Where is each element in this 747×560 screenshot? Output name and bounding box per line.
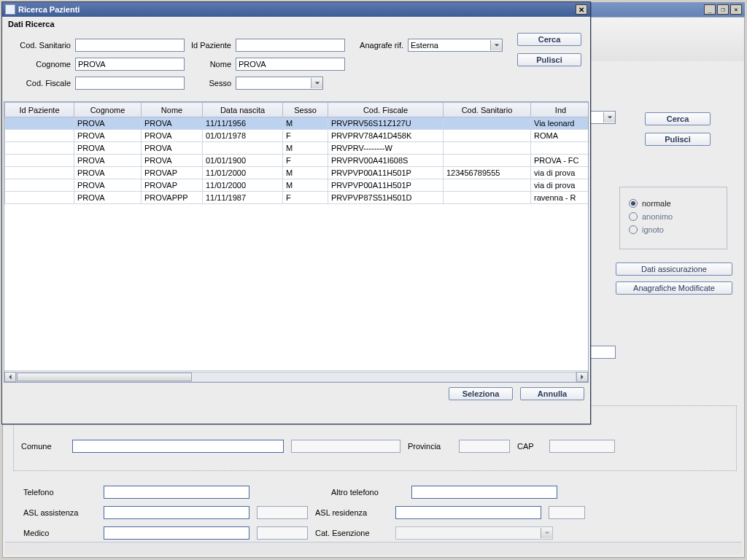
pulisci-button[interactable]: Pulisci <box>517 53 581 66</box>
table-row[interactable]: PROVAPROVAP11/01/2000MPRVPVP00A11H501P12… <box>5 167 589 179</box>
restore-icon[interactable]: ❐ <box>717 4 729 15</box>
table-cell <box>531 142 589 155</box>
dialog-titlebar[interactable]: Ricerca Pazienti ✕ <box>2 2 590 17</box>
table-cell: PRVPVP00A11H501P <box>328 167 444 179</box>
table-cell: PROVA <box>74 142 142 155</box>
right-cerca-button[interactable]: Cerca <box>645 112 711 125</box>
col-indirizzo[interactable]: Ind <box>531 103 589 117</box>
provincia-label: Provincia <box>408 442 452 451</box>
cerca-button[interactable]: Cerca <box>517 33 581 46</box>
col-cognome[interactable]: Cognome <box>74 103 142 117</box>
medico-code[interactable] <box>257 526 308 540</box>
annulla-button[interactable]: Annulla <box>520 387 584 400</box>
table-cell <box>5 117 74 130</box>
asl-assistenza-input[interactable] <box>104 506 249 519</box>
seleziona-button[interactable]: Seleziona <box>449 387 513 400</box>
comune-label: Comune <box>21 442 65 451</box>
table-cell: 01/01/1978 <box>203 130 283 142</box>
table-cell: 11/01/2000 <box>203 167 283 179</box>
table-cell: F <box>283 192 328 204</box>
table-cell: 11/11/1987 <box>203 192 283 204</box>
table-row[interactable]: PROVAPROVAPPP11/11/1987FPRVPVP87S51H501D… <box>5 192 589 204</box>
cognome-input[interactable] <box>75 58 185 71</box>
anagrafe-rif-select[interactable]: Esterna <box>408 39 503 52</box>
table-row[interactable]: PROVAPROVA01/01/1900FPRVPRV00A41I608SPRO… <box>5 155 589 167</box>
minimize-icon[interactable]: _ <box>704 4 716 15</box>
table-cell: PRVPRV56S11Z127U <box>328 117 444 130</box>
provincia-input[interactable] <box>459 440 510 453</box>
table-cell <box>444 155 531 167</box>
col-nome[interactable]: Nome <box>142 103 203 117</box>
table-row[interactable]: PROVAPROVAMPRVPRV--------W <box>5 142 589 155</box>
table-cell: PROVA <box>74 192 142 204</box>
asl-assistenza-code[interactable] <box>257 506 308 519</box>
cap-input[interactable] <box>549 440 615 453</box>
table-cell: PROVA <box>74 130 142 142</box>
dati-assicurazione-button[interactable]: Dati assicurazione <box>616 262 732 276</box>
comune-input[interactable] <box>72 440 284 453</box>
table-cell: M <box>283 142 328 155</box>
sesso-select[interactable] <box>236 77 323 90</box>
results-table[interactable]: Id Paziente Cognome Nome Data nascita Se… <box>4 102 589 204</box>
altro-telefono-input[interactable] <box>411 486 557 499</box>
cod-sanitario-input[interactable] <box>75 39 185 52</box>
col-cod-sanitario[interactable]: Cod. Sanitario <box>444 103 531 117</box>
altro-telefono-label: Altro telefono <box>331 488 404 497</box>
table-cell: PROVAP <box>142 179 203 192</box>
radio-anonimo[interactable]: anonimo <box>629 212 718 221</box>
radio-icon <box>629 225 638 234</box>
horizontal-scrollbar[interactable] <box>4 370 588 382</box>
radio-ignoto[interactable]: ignoto <box>629 225 718 234</box>
col-sesso[interactable]: Sesso <box>283 103 328 117</box>
close-icon[interactable]: ✕ <box>730 4 742 15</box>
right-small-input[interactable] <box>587 346 616 359</box>
col-id-paziente[interactable]: Id Paziente <box>5 103 74 117</box>
telefono-input[interactable] <box>104 486 249 499</box>
table-cell: PROVA <box>74 167 142 179</box>
radio-label: normale <box>642 199 671 208</box>
table-row[interactable]: PROVAPROVA11/11/1956MPRVPRV56S11Z127UVia… <box>5 117 589 130</box>
cap-label: CAP <box>517 442 542 451</box>
radio-normale[interactable]: normale <box>629 199 718 208</box>
scroll-right-icon[interactable] <box>576 372 588 382</box>
scroll-thumb[interactable] <box>17 373 192 381</box>
group-title: Dati Ricerca <box>2 17 590 30</box>
scroll-left-icon[interactable] <box>4 372 16 382</box>
id-paziente-input[interactable] <box>236 39 345 52</box>
chevron-down-icon <box>541 528 552 538</box>
table-cell: 11/11/1956 <box>203 117 283 130</box>
asl-residenza-code[interactable] <box>549 506 585 519</box>
table-row[interactable]: PROVAPROVAP11/01/2000MPRVPVP00A11H501Pvi… <box>5 179 589 192</box>
table-cell: PROVA - FC <box>531 155 589 167</box>
asl-residenza-input[interactable] <box>395 506 541 519</box>
comune-desc-input[interactable] <box>291 440 400 453</box>
cognome-label: Cognome <box>8 60 75 69</box>
table-cell: PROVA <box>142 155 203 167</box>
table-cell <box>444 117 531 130</box>
table-cell <box>444 179 531 192</box>
medico-input[interactable] <box>104 526 249 540</box>
medico-label: Medico <box>23 529 96 537</box>
table-cell: PROVAP <box>142 167 203 179</box>
close-icon[interactable]: ✕ <box>576 4 587 15</box>
anagrafiche-modificate-button[interactable]: Anagrafiche Modificate <box>616 281 732 295</box>
id-paziente-label: Id Paziente <box>185 41 236 50</box>
table-row[interactable]: PROVAPROVA01/01/1978FPRVPRV78A41D458KROM… <box>5 130 589 142</box>
dialog-footer: Seleziona Annulla <box>2 383 590 405</box>
sesso-label: Sesso <box>185 79 236 88</box>
lower-form: Comune Provincia CAP Telefono Altro tele… <box>13 442 737 551</box>
right-pulisci-button[interactable]: Pulisci <box>645 133 711 146</box>
scroll-track[interactable] <box>16 372 576 382</box>
table-cell: PROVA <box>142 142 203 155</box>
cat-esenzione-label: Cat. Esenzione <box>315 529 388 537</box>
statusbar <box>5 542 742 555</box>
col-cod-fiscale[interactable]: Cod. Fiscale <box>328 103 444 117</box>
nome-input[interactable] <box>236 58 345 71</box>
app-icon <box>5 4 15 15</box>
cod-fiscale-input[interactable] <box>75 77 185 90</box>
radio-label: anonimo <box>642 212 673 221</box>
cat-esenzione-select[interactable] <box>395 526 553 540</box>
table-cell: PRVPRV00A41I608S <box>328 155 444 167</box>
table-cell: PRVPVP87S51H501D <box>328 192 444 204</box>
col-data-nascita[interactable]: Data nascita <box>203 103 283 117</box>
